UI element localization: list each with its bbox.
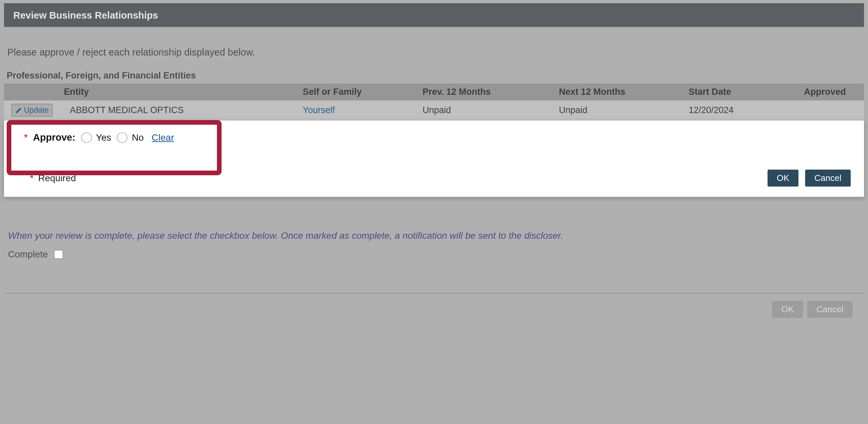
approve-yes-label: Yes [96, 132, 112, 143]
cell-start: 12/20/2024 [686, 105, 786, 116]
complete-checkbox[interactable] [54, 250, 63, 259]
col-header-approved: Approved [786, 87, 864, 97]
page-ok-button[interactable]: OK [772, 301, 803, 318]
col-header-next: Next 12 Months [556, 87, 686, 97]
modal-cancel-button[interactable]: Cancel [805, 170, 851, 187]
page-cancel-button[interactable]: Cancel [807, 301, 853, 318]
approve-yes-radio[interactable] [81, 132, 92, 143]
update-button[interactable]: Update [11, 104, 53, 117]
cell-entity: ABBOTT MEDICAL OPTICS [67, 105, 300, 116]
update-button-label: Update [24, 106, 49, 115]
table-header-row: Entity Self or Family Prev. 12 Months Ne… [4, 84, 864, 100]
approve-label: Approve: [33, 132, 75, 143]
instruction-text: Please approve / reject each relationshi… [4, 27, 864, 65]
page-footer: OK Cancel [4, 293, 864, 326]
page-title: Review Business Relationships [13, 10, 158, 21]
cell-self[interactable]: Yourself [300, 105, 420, 116]
col-header-prev: Prev. 12 Months [420, 87, 556, 97]
col-header-entity: Entity [4, 87, 300, 97]
modal-ok-button[interactable]: OK [768, 170, 799, 187]
cell-next: Unpaid [556, 105, 686, 116]
required-note-text: Required [38, 173, 76, 183]
col-header-start: Start Date [686, 87, 786, 97]
table-row: Update ABBOTT MEDICAL OPTICS Yourself Un… [4, 100, 864, 120]
highlight-box [7, 120, 222, 175]
page-title-bar: Review Business Relationships [4, 3, 864, 27]
approve-panel: * Approve: Yes No Clear * Required OK Ca… [4, 120, 864, 197]
section-title: Professional, Foreign, and Financial Ent… [4, 65, 864, 84]
complete-label: Complete [8, 249, 48, 260]
col-header-self: Self or Family [300, 87, 420, 97]
clear-link[interactable]: Clear [152, 132, 174, 143]
review-complete-note: When your review is complete, please sel… [4, 230, 864, 249]
relationships-table: Entity Self or Family Prev. 12 Months Ne… [4, 84, 864, 197]
cell-prev: Unpaid [420, 105, 556, 116]
pencil-icon [15, 107, 22, 114]
modal-footer: * Required OK Cancel [4, 170, 864, 197]
required-note-asterisk: * [30, 173, 34, 183]
approve-no-radio[interactable] [117, 132, 127, 143]
approve-no-label: No [132, 132, 144, 143]
required-asterisk: * [24, 132, 28, 143]
required-note: * Required [30, 173, 76, 184]
